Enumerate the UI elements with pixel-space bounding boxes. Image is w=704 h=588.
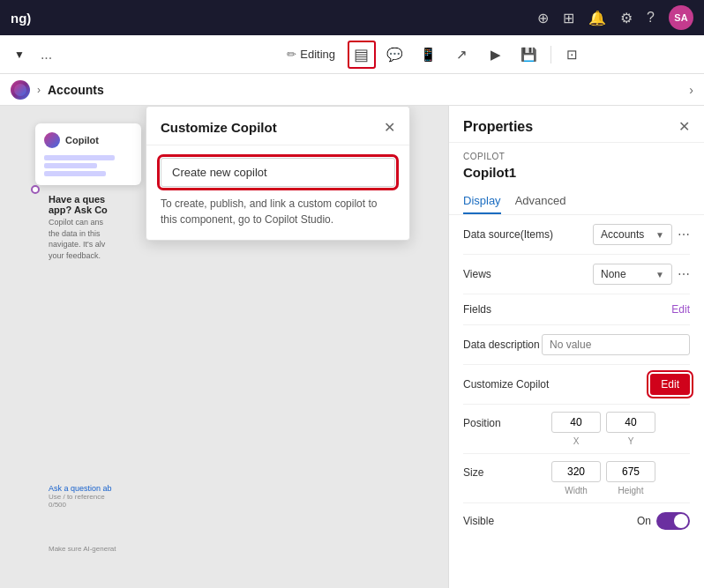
tab-display[interactable]: Display bbox=[463, 189, 501, 214]
comment-button[interactable]: 💬 bbox=[381, 41, 409, 69]
props-section-label: COPILOT bbox=[449, 143, 704, 163]
prop-views-dropdown[interactable]: None ▼ bbox=[593, 264, 672, 285]
app-title: ng) bbox=[11, 11, 31, 26]
breadcrumb-chevron-right[interactable]: › bbox=[689, 83, 693, 97]
views-ellipsis[interactable]: ⋯ bbox=[678, 267, 690, 281]
canvas-input-hint: Use / to reference bbox=[49, 493, 137, 501]
gear-icon[interactable]: ⚙ bbox=[620, 10, 633, 26]
customize-panel-close-button[interactable]: ✕ bbox=[384, 119, 395, 136]
save-button[interactable]: 💾 bbox=[515, 41, 543, 69]
canvas-body-2: the data in this bbox=[49, 228, 108, 240]
prop-views-selected: None bbox=[601, 268, 626, 280]
pos-x-label: X bbox=[551, 436, 601, 446]
prop-size-row: Size Width Height bbox=[463, 454, 690, 503]
dropdown-chevron-icon: ▼ bbox=[655, 230, 664, 240]
create-new-copilot-button[interactable]: Create new copilot bbox=[161, 158, 395, 187]
props-header: Properties ✕ bbox=[449, 106, 704, 143]
main-area: Copilot Have a ques app? Ask Co Copilot … bbox=[0, 106, 704, 588]
props-close-button[interactable]: ✕ bbox=[678, 118, 690, 135]
canvas-card-header: Copilot bbox=[44, 132, 132, 148]
prop-size-label: Size bbox=[463, 461, 551, 479]
toolbar: ▼ ... ✏ Editing ▤ 💬 📱 ↗ ▶ 💾 ⊡ bbox=[0, 35, 704, 74]
visible-toggle[interactable] bbox=[656, 512, 690, 530]
prop-size-height-input[interactable] bbox=[606, 461, 655, 482]
prop-views-value: None ▼ ⋯ bbox=[593, 264, 690, 285]
prop-visible-value: On bbox=[637, 515, 651, 527]
prop-position-x-input[interactable] bbox=[551, 412, 601, 433]
canvas-copilot-card: Copilot bbox=[35, 123, 141, 185]
canvas-text-area: Have a ques app? Ask Co Copilot can ans … bbox=[49, 194, 108, 261]
top-bar: ng) ⊕ ⊞ 🔔 ⚙ ? SA bbox=[0, 0, 704, 35]
play-button[interactable]: ▶ bbox=[482, 41, 510, 69]
globe-icon[interactable]: ⊕ bbox=[537, 10, 549, 26]
customize-copilot-edit-button[interactable]: Edit bbox=[650, 374, 690, 395]
help-icon[interactable]: ? bbox=[647, 10, 655, 26]
customize-panel-title: Customize Copilot bbox=[161, 120, 277, 135]
canvas-body-1: Copilot can ans bbox=[49, 217, 108, 228]
canvas-input-area: Ask a question ab Use / to reference 0/5… bbox=[49, 484, 137, 509]
tab-advanced[interactable]: Advanced bbox=[515, 189, 566, 214]
customize-panel-body: Create new copilot To create, publish, a… bbox=[146, 145, 409, 240]
prop-visible-label: Visible bbox=[463, 515, 494, 527]
comment-icon: 💬 bbox=[386, 47, 403, 63]
editing-button[interactable]: ✏ Editing bbox=[280, 44, 342, 64]
canvas-body: Copilot can ans the data in this navigat… bbox=[49, 217, 108, 261]
copilot-logo-small bbox=[44, 132, 60, 148]
canvas-lines bbox=[44, 155, 132, 176]
toolbar-tab-label: ▼ bbox=[14, 48, 25, 61]
canvas-body-4: your feedback. bbox=[49, 250, 108, 262]
prop-size-pair bbox=[551, 461, 655, 482]
phone-icon: 📱 bbox=[420, 47, 437, 63]
grid-button[interactable]: ⊡ bbox=[558, 41, 587, 69]
props-content: Data source(Items) Accounts ▼ ⋯ Views No… bbox=[449, 215, 704, 539]
prop-data-desc-input[interactable] bbox=[542, 334, 690, 355]
prop-data-source-label: Data source(Items) bbox=[463, 228, 553, 241]
prop-data-source-value: Accounts ▼ ⋯ bbox=[593, 224, 690, 245]
pencil-icon: ✏ bbox=[287, 48, 296, 61]
app-logo bbox=[11, 80, 30, 100]
props-title: Properties bbox=[463, 119, 533, 135]
prop-position-row: Position X Y bbox=[463, 405, 690, 454]
toolbar-ellipsis[interactable]: ... bbox=[37, 43, 56, 66]
prop-position-y-input[interactable] bbox=[606, 412, 655, 433]
canvas-circle bbox=[31, 185, 40, 194]
data-source-ellipsis[interactable]: ⋯ bbox=[678, 227, 690, 242]
panel-toggle-button[interactable]: ▤ bbox=[348, 41, 376, 69]
toggle-knob bbox=[674, 514, 688, 528]
editing-label: Editing bbox=[300, 48, 335, 61]
canvas-bottom-note: Make sure AI-generat bbox=[49, 545, 116, 553]
network-icon[interactable]: ⊞ bbox=[563, 10, 574, 26]
panel-icon: ▤ bbox=[354, 45, 369, 64]
prop-customize-copilot-label: Customize Copilot bbox=[463, 378, 549, 391]
canvas-line-2 bbox=[44, 163, 97, 168]
canvas-heading: Have a ques bbox=[49, 194, 108, 205]
toolbar-left: ▼ ... bbox=[7, 43, 56, 66]
toolbar-dropdown[interactable]: ▼ bbox=[7, 45, 32, 64]
canvas-line-1 bbox=[44, 155, 115, 160]
svg-point-0 bbox=[14, 84, 26, 96]
customize-description: To create, publish, and link a custom co… bbox=[161, 196, 395, 227]
bell-icon[interactable]: 🔔 bbox=[588, 10, 606, 26]
prop-data-desc-row: Data description bbox=[463, 325, 690, 365]
canvas-line-3 bbox=[44, 171, 106, 176]
prop-fields-value: Edit bbox=[671, 303, 690, 316]
play-icon: ▶ bbox=[491, 47, 501, 63]
grid-icon: ⊡ bbox=[566, 47, 578, 63]
fields-edit-link[interactable]: Edit bbox=[671, 303, 690, 316]
prop-size-width-input[interactable] bbox=[551, 461, 601, 482]
prop-visible-control: On bbox=[637, 512, 690, 530]
share-button[interactable]: ↗ bbox=[448, 41, 476, 69]
prop-position-labels: X Y bbox=[551, 436, 655, 446]
save-icon: 💾 bbox=[521, 47, 537, 63]
properties-panel: Properties ✕ COPILOT Copilot1 Display Ad… bbox=[448, 106, 704, 588]
avatar[interactable]: SA bbox=[669, 5, 693, 30]
prop-data-source-dropdown[interactable]: Accounts ▼ bbox=[593, 224, 672, 245]
prop-size-labels: Width Height bbox=[551, 486, 655, 495]
prop-visible-row: Visible On bbox=[463, 503, 690, 539]
phone-button[interactable]: 📱 bbox=[415, 41, 443, 69]
canvas-input-text: Ask a question ab bbox=[49, 484, 137, 493]
prop-customize-copilot-row: Customize Copilot Edit bbox=[463, 365, 690, 405]
canvas-copilot-label: Copilot bbox=[65, 135, 99, 145]
canvas-area[interactable]: Copilot Have a ques app? Ask Co Copilot … bbox=[0, 106, 448, 588]
prop-position-label: Position bbox=[463, 412, 551, 429]
